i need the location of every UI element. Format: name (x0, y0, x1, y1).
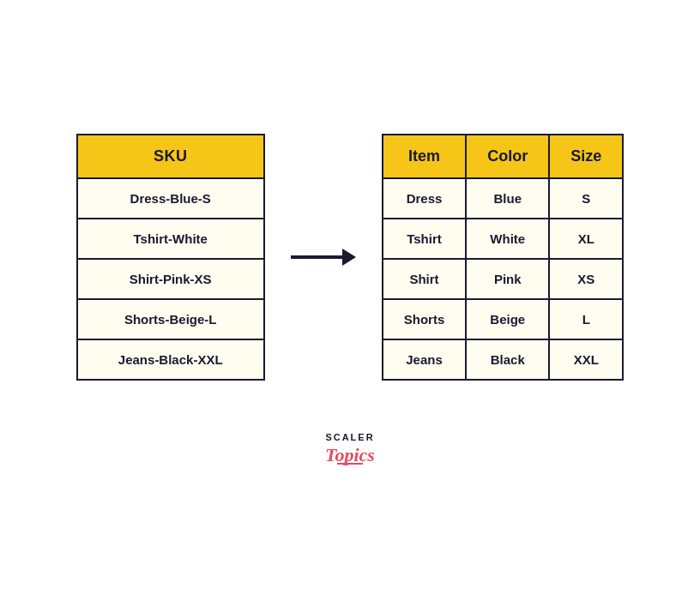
sku-table: SKU Dress-Blue-STshirt-WhiteShirt-Pink-X… (76, 134, 265, 381)
expanded-table-cell: Jeans (383, 339, 467, 380)
expanded-table-cell: L (549, 299, 623, 339)
expanded-header-cell: Size (549, 135, 623, 178)
sku-row: Shirt-Pink-XS (77, 259, 264, 299)
expanded-table-cell: White (466, 219, 549, 259)
logo-container: SCALER Topics (325, 432, 375, 466)
scaler-label: SCALER (325, 432, 375, 442)
expanded-header-cell: Item (383, 135, 467, 178)
expanded-table-cell: Beige (466, 299, 549, 339)
sku-row: Shorts-Beige-L (77, 299, 264, 339)
arrow-head (342, 249, 356, 266)
expanded-table-cell: Shorts (383, 299, 467, 339)
expanded-table-cell: XS (549, 259, 623, 299)
expanded-table-cell: XL (549, 219, 623, 259)
arrow-container (291, 249, 356, 266)
expanded-table-cell: Blue (466, 178, 549, 219)
topics-label: Topics (325, 444, 375, 466)
main-content: SKU Dress-Blue-STshirt-WhiteShirt-Pink-X… (76, 134, 625, 381)
transform-arrow (291, 249, 356, 266)
expanded-table-cell: XXL (549, 339, 623, 380)
expanded-table-cell: S (549, 178, 623, 219)
expanded-table-cell: Black (466, 339, 549, 380)
expanded-table-cell: Shirt (383, 259, 467, 299)
expanded-table-cell: Tshirt (383, 219, 467, 259)
sku-row: Dress-Blue-S (77, 178, 264, 219)
expanded-table-cell: Pink (466, 259, 549, 299)
expanded-header-cell: Color (466, 135, 549, 178)
sku-header: SKU (77, 135, 264, 178)
expanded-table: ItemColorSize DressBlueSTshirtWhiteXLShi… (382, 134, 625, 381)
expanded-table-cell: Dress (383, 178, 467, 219)
sku-row: Tshirt-White (77, 219, 264, 259)
sku-row: Jeans-Black-XXL (77, 339, 264, 380)
arrow-line (291, 255, 342, 259)
